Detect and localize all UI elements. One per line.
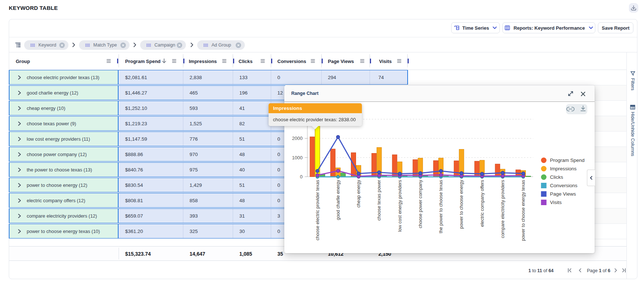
svg-text:Impressions: Impressions	[550, 166, 577, 171]
svg-text:choose electric provider texas: choose electric provider texas	[315, 180, 320, 240]
svg-text:1000: 1000	[292, 155, 303, 160]
svg-text:2000: 2000	[292, 136, 303, 141]
svg-text:choose texas power: choose texas power	[377, 180, 382, 221]
svg-text:Visits: Visits	[550, 200, 562, 205]
svg-text:Page Views: Page Views	[550, 191, 576, 197]
svg-text:power to choose energy: power to choose energy	[459, 179, 464, 229]
svg-text:low cost energy providers: low cost energy providers	[397, 180, 402, 232]
svg-text:electric company offers: electric company offers	[480, 180, 485, 227]
svg-text:Conversions: Conversions	[550, 183, 577, 188]
svg-text:good charlie energy: good charlie energy	[336, 179, 341, 220]
svg-text:power to choose energy texas: power to choose energy texas	[521, 180, 526, 241]
svg-text:cheap energy: cheap energy	[356, 179, 361, 208]
svg-text:Clicks: Clicks	[550, 174, 563, 180]
svg-text:Program Spend: Program Spend	[550, 158, 585, 163]
svg-text:choose power company: choose power company	[418, 179, 423, 228]
svg-text:compare electricity providers: compare electricity providers	[500, 180, 505, 238]
svg-text:the power to choose texas: the power to choose texas	[438, 180, 443, 233]
svg-text:0: 0	[300, 174, 303, 179]
